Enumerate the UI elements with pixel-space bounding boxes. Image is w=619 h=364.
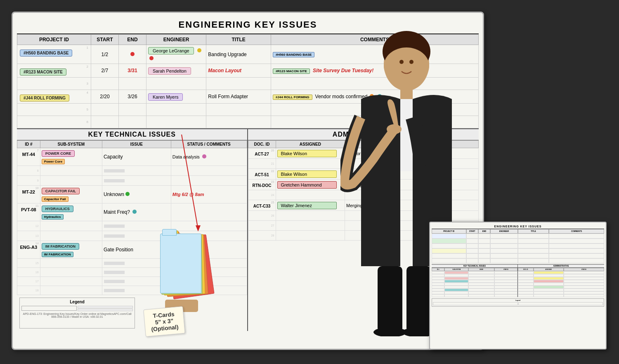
subsystem-small-tag-imfab: IM FABRICATION	[42, 252, 73, 257]
subsystem-small-tag-hydraulics: Hydraulics	[42, 214, 64, 220]
svg-point-2	[384, 47, 429, 85]
scene: ENGINEERING KEY ISSUES PROJECT ID START …	[0, 0, 619, 364]
title-2: Macon Layout	[206, 64, 271, 78]
kt-row-mt44: 7 MT-44 POWER CORE Power Core Capacity D…	[17, 148, 247, 166]
svg-point-9	[399, 60, 404, 64]
issue-mt44: Capacity	[102, 148, 171, 166]
subsystem-small-tag-capfail: Capacitor Fail	[42, 196, 69, 202]
start-1: 1/2	[91, 45, 118, 64]
mini-board-title: ENGINEERING KEY ISSUES	[432, 224, 604, 229]
tcards-label: T-Cards5" x 3"(Optional)	[143, 306, 185, 337]
title-1: Banding Upgrade	[206, 45, 271, 64]
issue-pvt08: Maint Freq?	[102, 203, 171, 221]
svg-rect-5	[378, 266, 402, 332]
end-4: 3/26	[118, 90, 146, 104]
engineer-1: George LeGrange	[146, 45, 206, 64]
col-header-engineer: ENGINEER	[146, 35, 206, 45]
col-header-title: TITLE	[206, 35, 271, 45]
adm-col-assigned: ASSIGNED	[276, 141, 345, 148]
legend-title: Legend	[21, 300, 133, 304]
assigned-act27: Blake Wilson	[276, 148, 345, 159]
project-tag-j44: #J44 ROLL FORMING	[20, 95, 69, 102]
issue-mt22: Unknown	[102, 186, 171, 203]
kt-row-12: 12	[17, 221, 247, 231]
engineer-4: Karen Myers	[146, 90, 206, 104]
mini-board: ENGINEERING KEY ISSUES PROJECT ID START …	[429, 222, 607, 350]
subsystem-tag-powercore: POWER CORE	[42, 150, 75, 157]
assigned-act51: Blake Wilson	[276, 169, 345, 180]
engineer-tag-karen: Karen Myers	[148, 93, 183, 101]
end-2: 3/31	[118, 64, 146, 78]
svg-point-10	[409, 60, 413, 64]
assigned-actc33: Walter Jimenez	[276, 200, 345, 211]
kt-section-title: KEY TECHNICAL ISSUES	[17, 129, 247, 140]
kt-row-mt22: 10 MT-22 CAPACITOR FAIL Capacitor Fail U…	[17, 186, 247, 203]
kt-row-pvt08: 11 PVT-08 HYDRAULICS Hydraulics Maint Fr…	[17, 203, 247, 221]
start-4: 2/20	[91, 90, 118, 104]
subsystem-small-tag-powercore: Power Core	[42, 159, 65, 164]
subsystem-tag-hydraulics: HYDRAULICS	[42, 206, 73, 212]
kt-col-id: ID #	[17, 141, 40, 148]
subsystem-tag-imfab: IM FABRICATION	[42, 243, 79, 250]
engineer-2: Sarah Pendelton	[146, 64, 206, 78]
kt-row-9: 9	[17, 176, 247, 186]
status-mt22: Mtg 6/2 @ 8am	[171, 186, 247, 203]
col-header-project-id: PROJECT ID	[17, 35, 91, 45]
engineer-tag-george: George LeGrange	[148, 47, 194, 54]
title-4: Roll Form Adapter	[206, 90, 271, 104]
col-header-start: START	[91, 35, 118, 45]
kt-row-8: 8	[17, 166, 247, 176]
status-pvt08	[171, 203, 247, 221]
col-header-end: END	[118, 35, 146, 45]
kt-col-subsystem: SUB-SYSTEM	[40, 141, 102, 148]
svg-rect-3	[400, 87, 413, 99]
assigned-rtndoc: Gretchen Hammond	[276, 180, 345, 190]
status-mt44: Data analysis	[171, 148, 247, 166]
subsystem-tag-capacitorfail: CAPACITOR FAIL	[42, 188, 80, 194]
start-2: 2/7	[91, 64, 118, 78]
project-tag-r123: #R123 MACON SITE	[20, 69, 66, 76]
legend-box: Legend APD-ENG-173: Engineering Key Issu…	[19, 298, 135, 329]
adm-col-docid: DOC. ID	[248, 141, 276, 148]
project-tag-h560: #H560 BANDING BASE	[20, 50, 72, 57]
kt-col-status: STATUS / COMMENTS	[171, 141, 247, 148]
end-1	[118, 45, 146, 64]
kt-col-issue: ISSUE	[102, 141, 171, 148]
tcards-annotation: T-Cards5" x 3"(Optional)	[140, 234, 231, 335]
svg-rect-6	[406, 266, 431, 332]
engineer-tag-sarah: Sarah Pendelton	[148, 67, 191, 75]
